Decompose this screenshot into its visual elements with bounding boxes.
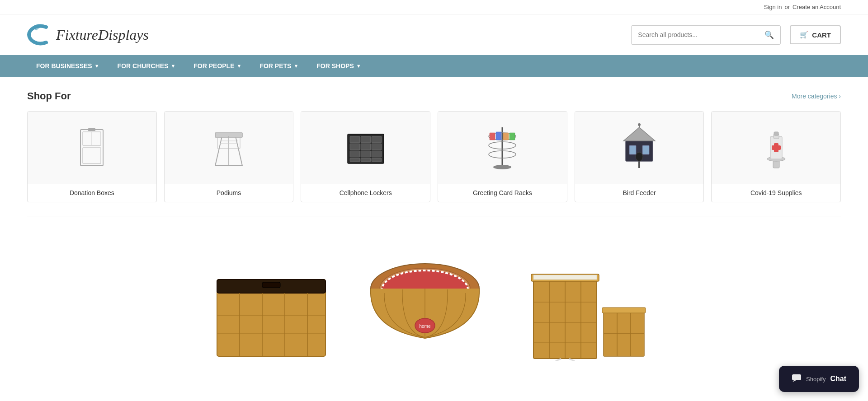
category-image-podiums bbox=[165, 112, 293, 184]
nav-item-churches[interactable]: FOR CHURCHES ▼ bbox=[108, 55, 185, 77]
covid-supplies-image bbox=[751, 123, 801, 173]
svg-rect-56 bbox=[262, 282, 280, 288]
category-image-covid-supplies bbox=[712, 112, 840, 184]
cart-button[interactable]: 🛒 CART bbox=[790, 25, 841, 44]
nav-item-businesses[interactable]: FOR BUSINESSES ▼ bbox=[27, 55, 108, 77]
category-card-donation-boxes[interactable]: Donation Boxes bbox=[27, 111, 157, 202]
category-label-cellphone-lockers: Cellphone Lockers bbox=[336, 184, 396, 202]
category-image-greeting-card-racks bbox=[438, 112, 567, 184]
nav-label-businesses: FOR BUSINESSES bbox=[36, 62, 92, 70]
create-account-link[interactable]: Create an Account bbox=[793, 4, 841, 10]
svg-rect-12 bbox=[350, 136, 360, 143]
category-image-bird-feeder bbox=[575, 112, 704, 184]
category-label-covid-supplies: Covid-19 Supplies bbox=[747, 184, 806, 202]
svg-rect-71 bbox=[533, 275, 597, 280]
svg-point-38 bbox=[636, 152, 643, 161]
logo-text: FixtureDisplays bbox=[56, 27, 149, 43]
donation-box-image bbox=[67, 123, 117, 173]
nav-item-people[interactable]: FOR PEOPLE ▼ bbox=[184, 55, 250, 77]
svg-rect-13 bbox=[361, 136, 371, 143]
svg-text:home: home bbox=[419, 324, 430, 329]
header-right: 🔍 🛒 CART bbox=[631, 25, 841, 45]
product-image-1 bbox=[212, 261, 330, 361]
chevron-down-icon-businesses: ▼ bbox=[94, 63, 99, 69]
category-label-podiums: Podiums bbox=[213, 184, 245, 202]
category-card-podiums[interactable]: Podiums bbox=[164, 111, 294, 202]
greeting-card-rack-image bbox=[477, 123, 527, 173]
more-categories-link[interactable]: More categories › bbox=[792, 93, 841, 100]
svg-rect-23 bbox=[372, 158, 382, 162]
category-label-donation-boxes: Donation Boxes bbox=[66, 184, 118, 202]
shopify-chat-prefix: Shopify bbox=[806, 376, 826, 379]
sign-in-link[interactable]: Sign in bbox=[764, 4, 782, 10]
category-image-donation-boxes bbox=[28, 112, 156, 184]
svg-point-32 bbox=[493, 165, 511, 169]
svg-rect-30 bbox=[503, 133, 509, 140]
svg-rect-22 bbox=[361, 158, 371, 162]
chevron-down-icon-churches: ▼ bbox=[170, 63, 175, 69]
search-button[interactable]: 🔍 bbox=[758, 26, 780, 44]
svg-rect-18 bbox=[350, 151, 360, 157]
chevron-down-icon-pets: ▼ bbox=[293, 63, 298, 69]
svg-line-73 bbox=[570, 359, 574, 361]
svg-rect-36 bbox=[629, 145, 636, 154]
categories-grid: Donation Boxes Podiums bbox=[27, 111, 841, 202]
category-card-covid-supplies[interactable]: Covid-19 Supplies bbox=[711, 111, 841, 202]
nav-item-pets[interactable]: FOR PETS ▼ bbox=[250, 55, 307, 77]
podium-image bbox=[204, 123, 254, 173]
nav-item-shops[interactable]: FOR SHOPS ▼ bbox=[307, 55, 370, 77]
chat-widget[interactable]: Shopify Chat bbox=[779, 366, 859, 379]
category-card-greeting-card-racks[interactable]: Greeting Card Racks bbox=[438, 111, 567, 202]
category-card-bird-feeder[interactable]: Bird Feeder bbox=[575, 111, 704, 202]
chat-bubble-icon bbox=[792, 374, 802, 379]
shop-for-title: Shop For bbox=[27, 90, 71, 102]
svg-rect-16 bbox=[361, 144, 371, 150]
nav-label-churches: FOR CHURCHES bbox=[118, 62, 169, 70]
svg-rect-4 bbox=[88, 128, 95, 131]
cellphone-locker-image bbox=[341, 123, 391, 173]
nav-label-shops: FOR SHOPS bbox=[316, 62, 354, 70]
svg-rect-17 bbox=[372, 144, 382, 150]
svg-rect-28 bbox=[490, 133, 495, 140]
svg-rect-45 bbox=[774, 132, 778, 135]
search-icon: 🔍 bbox=[764, 31, 774, 39]
main-content: Shop For More categories › Donation Boxe… bbox=[0, 77, 868, 243]
svg-rect-21 bbox=[350, 158, 360, 162]
svg-line-72 bbox=[556, 359, 561, 361]
shop-for-header: Shop For More categories › bbox=[27, 90, 841, 102]
svg-rect-37 bbox=[642, 145, 649, 154]
svg-rect-47 bbox=[772, 145, 781, 150]
nav-label-pets: FOR PETS bbox=[259, 62, 291, 70]
svg-rect-15 bbox=[350, 144, 360, 150]
logo-icon bbox=[27, 23, 52, 47]
svg-marker-35 bbox=[623, 127, 655, 141]
nav-bar: FOR BUSINESSES ▼ FOR CHURCHES ▼ FOR PEOP… bbox=[0, 55, 868, 77]
svg-rect-3 bbox=[83, 148, 101, 163]
search-input[interactable] bbox=[632, 27, 758, 43]
svg-point-40 bbox=[638, 123, 641, 126]
chevron-down-icon-shops: ▼ bbox=[356, 63, 361, 69]
category-card-cellphone-lockers[interactable]: Cellphone Lockers bbox=[301, 111, 430, 202]
product-image-3 bbox=[520, 252, 656, 361]
logo-link[interactable]: FixtureDisplays bbox=[27, 23, 149, 47]
svg-rect-14 bbox=[372, 136, 382, 143]
product-image-2: home bbox=[366, 257, 484, 361]
cart-label: CART bbox=[812, 31, 831, 39]
cart-icon: 🛒 bbox=[800, 31, 808, 39]
nav-label-people: FOR PEOPLE bbox=[193, 62, 234, 70]
bird-feeder-image bbox=[614, 123, 664, 173]
chevron-down-icon-people: ▼ bbox=[237, 63, 242, 69]
top-bar: Sign in or Create an Account bbox=[0, 0, 868, 14]
svg-rect-78 bbox=[602, 308, 646, 313]
svg-rect-31 bbox=[509, 133, 515, 140]
svg-rect-79 bbox=[792, 374, 801, 379]
svg-rect-20 bbox=[372, 151, 382, 157]
or-separator: or bbox=[784, 4, 790, 10]
svg-rect-29 bbox=[496, 132, 501, 140]
section-divider bbox=[27, 216, 841, 216]
category-image-cellphone-lockers bbox=[301, 112, 430, 184]
chat-label: Chat bbox=[830, 375, 846, 379]
category-label-greeting-card-racks: Greeting Card Racks bbox=[469, 184, 536, 202]
category-label-bird-feeder: Bird Feeder bbox=[619, 184, 659, 202]
svg-rect-19 bbox=[361, 151, 371, 157]
